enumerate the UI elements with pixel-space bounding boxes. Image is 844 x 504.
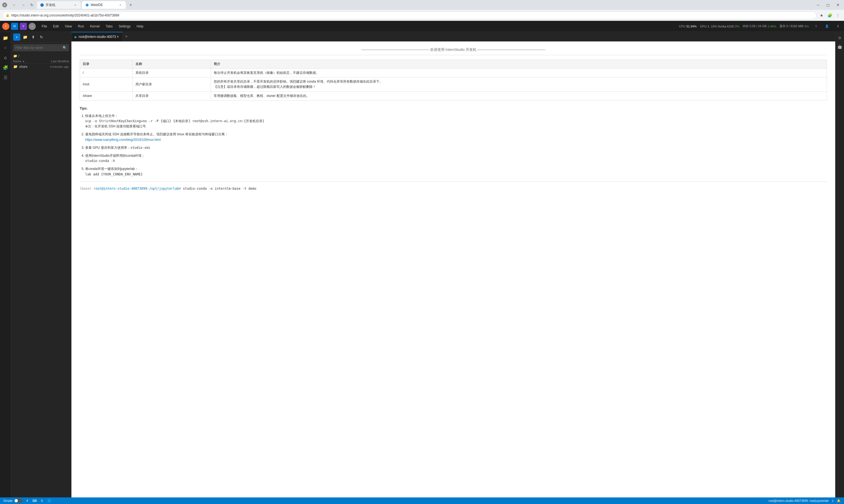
tip-1-text: 快速从本地上传文件： (85, 114, 118, 118)
table-row-root: / 系统目录 每次停止开发机会将其恢复至系统（镜像）初始状态，不建议存储数据。 (80, 68, 827, 77)
maximize-button[interactable]: ◻ (824, 1, 832, 9)
browser-toolbar: 🔒 https://studio.intern-ai.org.cn/consol… (0, 10, 844, 21)
gpu-pct: 0% (735, 25, 739, 28)
menu-settings[interactable]: Settings (116, 23, 133, 29)
main-area: 📁 ○ ⌂ 🧩 ☰ + 📁 ⬆ ↻ 🔍 (0, 32, 844, 498)
table-cell-desc-2: 您的所有开发共享此目录，不受开发机的启停影响。强烈建议将 conda 环境、代码… (211, 77, 827, 91)
mode-label: Simple (3, 499, 13, 502)
status-line: 1 (832, 499, 833, 502)
back-button[interactable]: ← (11, 1, 18, 9)
address-bar[interactable]: 🔒 https://studio.intern-ai.org.cn/consol… (2, 12, 816, 19)
bell-icon[interactable]: 🔔 (837, 499, 841, 503)
sidebar-icon-circle[interactable]: ○ (2, 44, 9, 52)
table-cell-name-3: 共享目录 (133, 91, 211, 100)
file-header-name[interactable]: Name ▲ (13, 59, 41, 63)
table-cell-name-2: 用户家目录 (133, 77, 211, 91)
sidebar-icon-puzzle[interactable]: 🧩 (2, 64, 9, 71)
tab2-close[interactable]: × (118, 3, 122, 7)
vram-status: 显存 0 / 8182 MiB 0% (779, 24, 809, 28)
new-file-button[interactable]: + (13, 34, 20, 41)
app-icon: ● (2, 2, 7, 7)
file-header: Name ▲ Last Modified (11, 59, 71, 64)
file-item-name: share (19, 65, 50, 69)
cpu-label: CPU (679, 25, 685, 28)
file-breadcrumb: 📁 / (11, 53, 71, 59)
terminal-user: root@intern-studio-40073899 (94, 187, 147, 191)
editor-content[interactable]: ——————————————————— 欢迎使用 InternStudio 开发… (71, 41, 835, 498)
settings-chrome-button[interactable]: ⋮ (834, 12, 842, 19)
menu-view[interactable]: View (62, 23, 75, 29)
menu-edit[interactable]: Edit (50, 23, 62, 29)
refresh-button[interactable]: ↻ (28, 1, 36, 9)
browser-tab-1[interactable]: 🔵 开发机 × (37, 1, 81, 9)
app-menu: File Edit View Run Kernel Tabs Settings … (39, 23, 679, 29)
new-folder-button[interactable]: 📁 (21, 34, 29, 41)
mode-toggle[interactable]: Simple (3, 499, 22, 503)
table-cell-desc-3: 常用微调数据集、模型仓库、教程、xtuner 配置文件都存放在此。 (211, 91, 827, 100)
file-header-modified: Last Modified (41, 59, 69, 63)
editor-tabs: ▶ root@intern-studio-40073 × + (71, 32, 835, 41)
status-globe-icon: 🌐 (47, 499, 51, 503)
status-num2: 0 (41, 499, 43, 502)
tip-3: 查看 GPU 显存和算力使用率：studio-smi (85, 145, 827, 150)
tab1-label: 开发机 (46, 3, 55, 7)
close-window-button[interactable]: ✕ (834, 1, 842, 9)
tip-3-text: 查看 GPU 显存和算力使用率： (85, 146, 131, 150)
editor-area: ▶ root@intern-studio-40073 × + —————————… (71, 32, 835, 498)
menu-tabs[interactable]: Tabs (103, 23, 115, 29)
user-icon[interactable]: 👤 (823, 22, 831, 30)
file-search[interactable]: 🔍 (13, 44, 69, 51)
vram-pct: 0% (805, 25, 809, 28)
editor-tab-terminal[interactable]: ▶ root@intern-studio-40073 × (71, 32, 122, 41)
browser-tab-2[interactable]: 🔷 WebIDE × (82, 1, 126, 9)
tab1-close[interactable]: × (73, 3, 77, 7)
file-item-modified: 4 minutes ago (50, 65, 69, 68)
sidebar-icon-home[interactable]: ⌂ (2, 54, 9, 61)
table-row-share: /share 共享目录 常用微调数据集、模型仓库、教程、xtuner 配置文件都… (80, 91, 827, 100)
mem-status: 内存 0.59 / 24 GB 2.44% (743, 24, 776, 28)
minimize-button[interactable]: ─ (814, 1, 822, 9)
cpu-value: 51.94% (687, 25, 697, 28)
file-item-share[interactable]: 📁 share 4 minutes ago (11, 64, 71, 69)
table-header-desc: 简介 (211, 59, 827, 68)
mem-label: 内存 0.59 / 24 GB (743, 24, 767, 28)
menu-run[interactable]: Run (75, 23, 87, 29)
welcome-banner: ——————————————————— 欢迎使用 InternStudio 开发… (80, 47, 827, 55)
right-icon-robot[interactable]: 🤖 (836, 43, 844, 51)
info-icon[interactable]: ℹ (834, 22, 842, 30)
sidebar-icon-folder[interactable]: 📁 (2, 34, 9, 42)
status-num1: 4 (27, 499, 28, 502)
extensions-button[interactable]: 🧩 (826, 12, 833, 19)
upload-icon[interactable]: ⇧ (812, 22, 820, 30)
editor-tab-label: root@intern-studio-40073 × (79, 35, 119, 39)
refresh-files-button[interactable]: ↻ (38, 34, 45, 41)
sidebar-icon-list[interactable]: ☰ (2, 74, 9, 81)
table-cell-dir-3: /share (80, 91, 133, 100)
mem-pct: 2.44% (768, 25, 776, 28)
app-logo-purple: V (20, 23, 27, 30)
status-path: root@intern-studio-40073899: /opt/jupyte… (769, 499, 828, 502)
breadcrumb-path: / (18, 54, 19, 58)
tip-4-text: 使用InternStudio开箱即用的conda环境： (85, 154, 145, 158)
vram-label: 显存 0 / 8182 MiB (779, 24, 803, 28)
right-icon-gear[interactable]: ⚙ (836, 34, 844, 42)
menu-file[interactable]: File (39, 23, 50, 29)
terminal-hash: # (179, 187, 183, 191)
tip-2-link[interactable]: https://www.ruanyifeng.com/blog/2019/10/… (85, 138, 161, 142)
forward-button[interactable]: → (19, 1, 27, 9)
menu-kernel[interactable]: Kernel (87, 23, 102, 29)
new-tab-button[interactable]: + (127, 1, 135, 9)
upload-file-button[interactable]: ⬆ (30, 34, 37, 41)
terminal-tab-icon: ▶ (75, 35, 77, 38)
toggle-track[interactable] (14, 499, 22, 503)
app-logo-circle: ○ (29, 23, 36, 30)
app-status-right: CPU 51.94% GPU-1: 10% Nvidia A100 0% 内存 … (679, 22, 842, 30)
tip-5: 将conda环境一键添加到jupyterlab： lab add {YOUR_C… (85, 166, 827, 177)
add-tab-button[interactable]: + (122, 34, 131, 39)
terminal-base: (base) (80, 187, 94, 191)
menu-help[interactable]: Help (134, 23, 146, 29)
bookmark-button[interactable]: ★ (817, 12, 825, 19)
tip-1: 快速从本地上传文件： scp -o StrictHostKeyChecking=… (85, 113, 827, 129)
search-input[interactable] (15, 46, 63, 50)
table-header-name: 名称 (133, 59, 211, 68)
